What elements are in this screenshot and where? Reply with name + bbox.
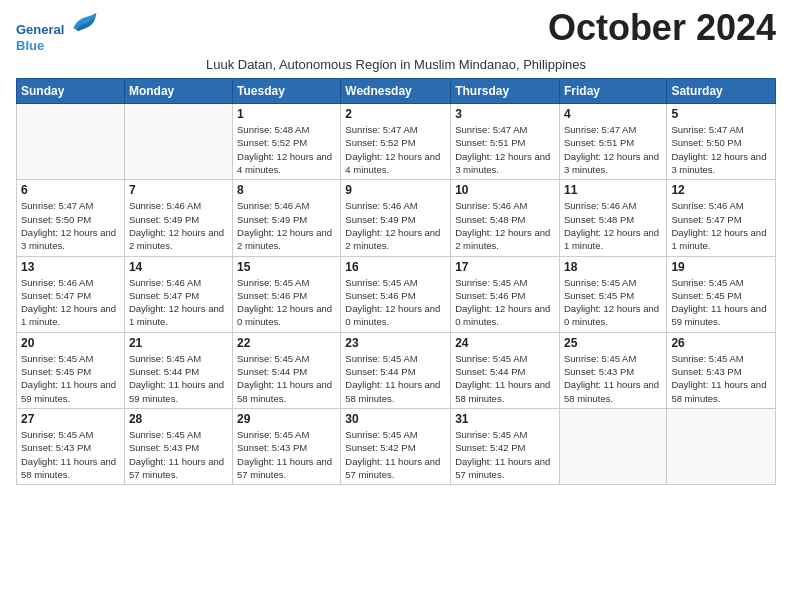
calendar-cell: 20Sunrise: 5:45 AM Sunset: 5:45 PM Dayli… [17, 332, 125, 408]
day-info: Sunrise: 5:47 AM Sunset: 5:51 PM Dayligh… [564, 123, 662, 176]
day-number: 12 [671, 183, 771, 197]
day-number: 22 [237, 336, 336, 350]
logo: General Blue [16, 10, 98, 53]
calendar-cell [17, 104, 125, 180]
day-info: Sunrise: 5:45 AM Sunset: 5:45 PM Dayligh… [21, 352, 120, 405]
calendar-week-row: 1Sunrise: 5:48 AM Sunset: 5:52 PM Daylig… [17, 104, 776, 180]
day-info: Sunrise: 5:45 AM Sunset: 5:44 PM Dayligh… [129, 352, 228, 405]
day-info: Sunrise: 5:45 AM Sunset: 5:46 PM Dayligh… [455, 276, 555, 329]
calendar-header-row: SundayMondayTuesdayWednesdayThursdayFrid… [17, 79, 776, 104]
day-info: Sunrise: 5:45 AM Sunset: 5:43 PM Dayligh… [564, 352, 662, 405]
day-info: Sunrise: 5:46 AM Sunset: 5:47 PM Dayligh… [671, 199, 771, 252]
day-number: 7 [129, 183, 228, 197]
day-info: Sunrise: 5:45 AM Sunset: 5:46 PM Dayligh… [345, 276, 446, 329]
day-info: Sunrise: 5:45 AM Sunset: 5:42 PM Dayligh… [345, 428, 446, 481]
calendar-week-row: 13Sunrise: 5:46 AM Sunset: 5:47 PM Dayli… [17, 256, 776, 332]
day-info: Sunrise: 5:48 AM Sunset: 5:52 PM Dayligh… [237, 123, 336, 176]
calendar-cell: 23Sunrise: 5:45 AM Sunset: 5:44 PM Dayli… [341, 332, 451, 408]
calendar-cell: 28Sunrise: 5:45 AM Sunset: 5:43 PM Dayli… [124, 408, 232, 484]
calendar-cell: 14Sunrise: 5:46 AM Sunset: 5:47 PM Dayli… [124, 256, 232, 332]
calendar-cell: 10Sunrise: 5:46 AM Sunset: 5:48 PM Dayli… [451, 180, 560, 256]
calendar-cell: 16Sunrise: 5:45 AM Sunset: 5:46 PM Dayli… [341, 256, 451, 332]
calendar-cell: 5Sunrise: 5:47 AM Sunset: 5:50 PM Daylig… [667, 104, 776, 180]
calendar-cell: 26Sunrise: 5:45 AM Sunset: 5:43 PM Dayli… [667, 332, 776, 408]
day-number: 30 [345, 412, 446, 426]
day-number: 1 [237, 107, 336, 121]
calendar-week-row: 6Sunrise: 5:47 AM Sunset: 5:50 PM Daylig… [17, 180, 776, 256]
day-number: 4 [564, 107, 662, 121]
day-number: 13 [21, 260, 120, 274]
day-info: Sunrise: 5:46 AM Sunset: 5:48 PM Dayligh… [455, 199, 555, 252]
calendar-cell: 9Sunrise: 5:46 AM Sunset: 5:49 PM Daylig… [341, 180, 451, 256]
day-info: Sunrise: 5:46 AM Sunset: 5:47 PM Dayligh… [129, 276, 228, 329]
day-info: Sunrise: 5:45 AM Sunset: 5:43 PM Dayligh… [671, 352, 771, 405]
day-info: Sunrise: 5:46 AM Sunset: 5:47 PM Dayligh… [21, 276, 120, 329]
calendar-cell: 19Sunrise: 5:45 AM Sunset: 5:45 PM Dayli… [667, 256, 776, 332]
calendar-cell: 7Sunrise: 5:46 AM Sunset: 5:49 PM Daylig… [124, 180, 232, 256]
day-info: Sunrise: 5:46 AM Sunset: 5:48 PM Dayligh… [564, 199, 662, 252]
logo-blue: Blue [16, 38, 98, 54]
day-info: Sunrise: 5:45 AM Sunset: 5:43 PM Dayligh… [21, 428, 120, 481]
calendar-cell: 25Sunrise: 5:45 AM Sunset: 5:43 PM Dayli… [559, 332, 666, 408]
day-info: Sunrise: 5:46 AM Sunset: 5:49 PM Dayligh… [237, 199, 336, 252]
col-header-saturday: Saturday [667, 79, 776, 104]
calendar-cell: 22Sunrise: 5:45 AM Sunset: 5:44 PM Dayli… [233, 332, 341, 408]
day-number: 21 [129, 336, 228, 350]
day-number: 28 [129, 412, 228, 426]
day-number: 17 [455, 260, 555, 274]
day-info: Sunrise: 5:46 AM Sunset: 5:49 PM Dayligh… [345, 199, 446, 252]
day-number: 27 [21, 412, 120, 426]
day-number: 19 [671, 260, 771, 274]
day-number: 23 [345, 336, 446, 350]
calendar-cell: 29Sunrise: 5:45 AM Sunset: 5:43 PM Dayli… [233, 408, 341, 484]
day-number: 26 [671, 336, 771, 350]
day-info: Sunrise: 5:47 AM Sunset: 5:52 PM Dayligh… [345, 123, 446, 176]
calendar-cell: 4Sunrise: 5:47 AM Sunset: 5:51 PM Daylig… [559, 104, 666, 180]
calendar-cell: 18Sunrise: 5:45 AM Sunset: 5:45 PM Dayli… [559, 256, 666, 332]
day-number: 2 [345, 107, 446, 121]
calendar-cell [124, 104, 232, 180]
day-number: 31 [455, 412, 555, 426]
calendar-cell: 12Sunrise: 5:46 AM Sunset: 5:47 PM Dayli… [667, 180, 776, 256]
calendar-cell: 21Sunrise: 5:45 AM Sunset: 5:44 PM Dayli… [124, 332, 232, 408]
logo-general: General [16, 22, 64, 37]
calendar-table: SundayMondayTuesdayWednesdayThursdayFrid… [16, 78, 776, 485]
day-number: 15 [237, 260, 336, 274]
day-number: 24 [455, 336, 555, 350]
month-title: October 2024 [548, 10, 776, 46]
day-info: Sunrise: 5:45 AM Sunset: 5:45 PM Dayligh… [564, 276, 662, 329]
col-header-monday: Monday [124, 79, 232, 104]
day-info: Sunrise: 5:45 AM Sunset: 5:44 PM Dayligh… [345, 352, 446, 405]
subtitle: Luuk Datan, Autonomous Region in Muslim … [16, 57, 776, 72]
calendar-cell: 24Sunrise: 5:45 AM Sunset: 5:44 PM Dayli… [451, 332, 560, 408]
header: General Blue October 2024 [16, 10, 776, 53]
calendar-cell: 17Sunrise: 5:45 AM Sunset: 5:46 PM Dayli… [451, 256, 560, 332]
col-header-wednesday: Wednesday [341, 79, 451, 104]
day-number: 8 [237, 183, 336, 197]
day-info: Sunrise: 5:45 AM Sunset: 5:45 PM Dayligh… [671, 276, 771, 329]
day-number: 11 [564, 183, 662, 197]
day-info: Sunrise: 5:45 AM Sunset: 5:42 PM Dayligh… [455, 428, 555, 481]
day-number: 20 [21, 336, 120, 350]
day-info: Sunrise: 5:45 AM Sunset: 5:46 PM Dayligh… [237, 276, 336, 329]
day-info: Sunrise: 5:47 AM Sunset: 5:51 PM Dayligh… [455, 123, 555, 176]
col-header-sunday: Sunday [17, 79, 125, 104]
calendar-cell: 8Sunrise: 5:46 AM Sunset: 5:49 PM Daylig… [233, 180, 341, 256]
calendar-cell: 27Sunrise: 5:45 AM Sunset: 5:43 PM Dayli… [17, 408, 125, 484]
calendar-cell [559, 408, 666, 484]
logo-text: General [16, 10, 98, 38]
calendar-cell [667, 408, 776, 484]
day-info: Sunrise: 5:45 AM Sunset: 5:43 PM Dayligh… [237, 428, 336, 481]
day-number: 3 [455, 107, 555, 121]
calendar-cell: 15Sunrise: 5:45 AM Sunset: 5:46 PM Dayli… [233, 256, 341, 332]
day-number: 14 [129, 260, 228, 274]
day-number: 6 [21, 183, 120, 197]
calendar-cell: 13Sunrise: 5:46 AM Sunset: 5:47 PM Dayli… [17, 256, 125, 332]
day-info: Sunrise: 5:45 AM Sunset: 5:43 PM Dayligh… [129, 428, 228, 481]
calendar-cell: 2Sunrise: 5:47 AM Sunset: 5:52 PM Daylig… [341, 104, 451, 180]
day-info: Sunrise: 5:45 AM Sunset: 5:44 PM Dayligh… [237, 352, 336, 405]
day-number: 16 [345, 260, 446, 274]
col-header-friday: Friday [559, 79, 666, 104]
day-info: Sunrise: 5:47 AM Sunset: 5:50 PM Dayligh… [21, 199, 120, 252]
day-number: 18 [564, 260, 662, 274]
